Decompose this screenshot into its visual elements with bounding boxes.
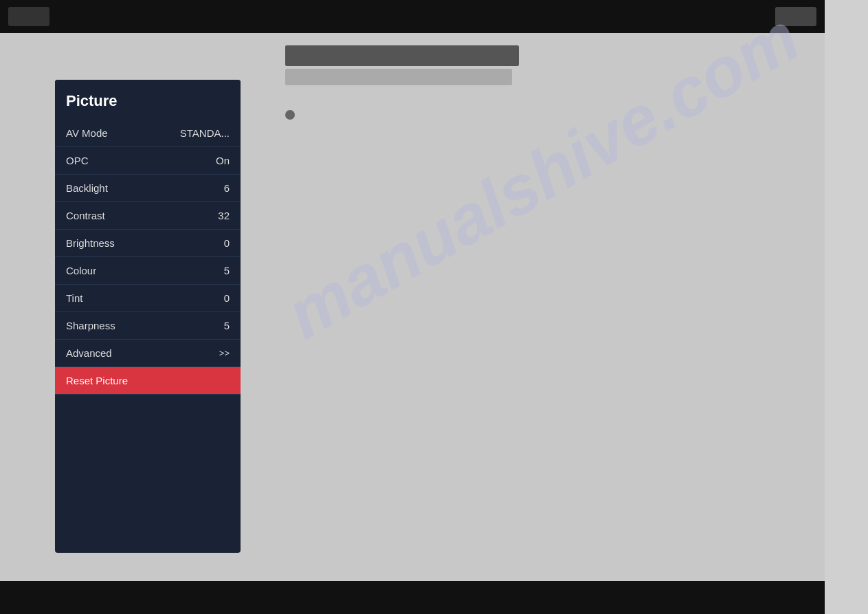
tint-label: Tint (66, 292, 82, 304)
colour-label: Colour (66, 265, 96, 276)
colour-value: 5 (224, 265, 230, 276)
reset-picture-label: Reset Picture (66, 375, 128, 386)
top-dark-bar (285, 45, 519, 66)
brightness-value: 0 (224, 237, 230, 249)
menu-item-tint[interactable]: Tint 0 (55, 285, 241, 312)
av-mode-label: AV Mode (66, 127, 108, 139)
top-bar (0, 0, 825, 33)
opc-value: On (216, 155, 230, 166)
main-content: manualshive.com Picture AV Mode STANDA..… (0, 33, 825, 581)
tint-value: 0 (224, 292, 230, 304)
top-light-bar (285, 69, 512, 85)
advanced-arrow: >> (219, 348, 230, 358)
menu-item-reset-picture[interactable]: Reset Picture (55, 367, 241, 395)
menu-item-advanced[interactable]: Advanced >> (55, 340, 241, 367)
advanced-label: Advanced (66, 347, 112, 359)
contrast-value: 32 (218, 210, 230, 221)
top-bar-right-button[interactable] (775, 7, 816, 26)
menu-title: Picture (55, 80, 241, 120)
contrast-label: Contrast (66, 210, 105, 221)
bottom-bar (0, 581, 825, 614)
indicator-dot (285, 110, 295, 120)
brightness-label: Brightness (66, 237, 115, 249)
menu-item-sharpness[interactable]: Sharpness 5 (55, 312, 241, 340)
menu-item-opc[interactable]: OPC On (55, 147, 241, 175)
menu-item-backlight[interactable]: Backlight 6 (55, 175, 241, 202)
picture-menu: Picture AV Mode STANDA... OPC On Backlig… (55, 80, 241, 553)
menu-item-colour[interactable]: Colour 5 (55, 257, 241, 285)
backlight-label: Backlight (66, 182, 108, 194)
top-bar-left-button[interactable] (8, 7, 49, 26)
menu-item-brightness[interactable]: Brightness 0 (55, 230, 241, 257)
menu-spacer (55, 395, 241, 470)
sharpness-value: 5 (224, 320, 230, 331)
backlight-value: 6 (224, 182, 230, 194)
menu-item-av-mode[interactable]: AV Mode STANDA... (55, 120, 241, 147)
menu-item-contrast[interactable]: Contrast 32 (55, 202, 241, 230)
sharpness-label: Sharpness (66, 320, 115, 331)
opc-label: OPC (66, 155, 89, 166)
av-mode-value: STANDA... (180, 127, 230, 139)
